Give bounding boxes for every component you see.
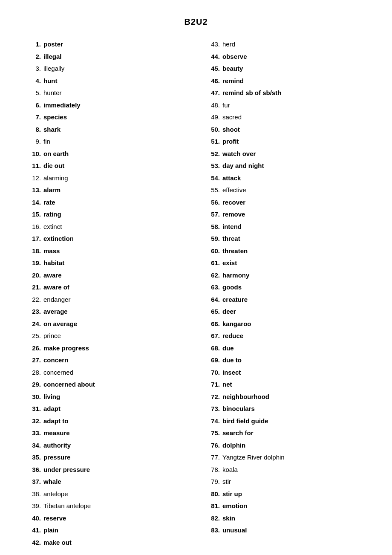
list-item: 52.watch over (205, 149, 366, 159)
list-item: 26.make progress (26, 344, 187, 353)
list-item: 36.under pressure (26, 465, 187, 475)
item-number: 50. (205, 125, 220, 135)
item-word: beauty (222, 64, 366, 74)
list-item: 51.profit (205, 137, 366, 147)
item-word: concerned about (43, 380, 187, 390)
vocabulary-columns: 1.poster2.illegal3.illegally4.hunt5.hunt… (26, 40, 366, 550)
list-item: 77.Yangtze River dolphin (205, 453, 366, 462)
item-number: 61. (205, 258, 220, 268)
item-word: on earth (43, 149, 187, 159)
item-number: 6. (26, 101, 41, 110)
item-number: 66. (205, 319, 220, 329)
item-number: 40. (26, 514, 41, 523)
list-item: 54.attack (205, 173, 366, 183)
item-word: stir (222, 477, 366, 487)
list-item: 9.fin (26, 137, 187, 147)
list-item: 82.skin (205, 514, 366, 523)
list-item: 75.search for (205, 428, 366, 438)
item-number: 11. (26, 161, 41, 171)
item-number: 21. (26, 283, 41, 292)
list-item: 27.concern (26, 356, 187, 365)
list-item: 19.habitat (26, 258, 187, 268)
list-item: 53.day and night (205, 161, 366, 171)
list-item: 61.exist (205, 258, 366, 268)
item-number: 1. (26, 40, 41, 49)
item-number: 56. (205, 198, 220, 208)
item-word: concern (43, 356, 187, 365)
item-word: remind (222, 76, 366, 86)
list-item: 4.hunt (26, 76, 187, 86)
item-word: whale (43, 477, 187, 487)
item-number: 10. (26, 149, 41, 159)
list-item: 56.recover (205, 198, 366, 208)
item-number: 8. (26, 125, 41, 135)
item-word: creature (222, 295, 366, 305)
item-number: 31. (26, 404, 41, 414)
list-item: 50.shoot (205, 125, 366, 135)
list-item: 74.bird field guide (205, 416, 366, 426)
item-number: 47. (205, 88, 220, 98)
item-number: 79. (205, 477, 220, 487)
list-item: 63.goods (205, 283, 366, 292)
list-item: 59.threat (205, 234, 366, 244)
item-number: 77. (205, 453, 220, 462)
item-number: 30. (26, 392, 41, 402)
item-word: adapt (43, 404, 187, 414)
item-word: fur (222, 101, 366, 110)
item-word: due to (222, 356, 366, 365)
item-word: observe (222, 52, 366, 62)
item-number: 62. (205, 271, 220, 280)
item-number: 35. (26, 453, 41, 462)
list-item: 69.due to (205, 356, 366, 365)
list-item: 37.whale (26, 477, 187, 487)
list-item: 25.prince (26, 331, 187, 341)
item-number: 72. (205, 392, 220, 402)
item-word: prince (43, 331, 187, 341)
list-item: 8.shark (26, 125, 187, 135)
list-item: 1.poster (26, 40, 187, 49)
item-word: remind sb of sb/sth (222, 88, 366, 98)
item-number: 73. (205, 404, 220, 414)
item-number: 42. (26, 538, 41, 548)
list-item: 49.sacred (205, 113, 366, 122)
item-word: rate (43, 198, 187, 208)
list-item: 35.pressure (26, 453, 187, 462)
item-number: 12. (26, 173, 41, 183)
item-word: attack (222, 173, 366, 183)
item-number: 81. (205, 501, 220, 511)
item-word: plain (43, 526, 187, 535)
item-word: average (43, 307, 187, 317)
item-number: 23. (26, 307, 41, 317)
list-item: 40.reserve (26, 514, 187, 523)
list-item: 58.intend (205, 222, 366, 232)
item-number: 76. (205, 441, 220, 451)
item-word: effective (222, 185, 366, 195)
item-number: 44. (205, 52, 220, 62)
item-number: 45. (205, 64, 220, 74)
item-number: 20. (26, 271, 41, 280)
list-item: 14.rate (26, 198, 187, 208)
list-item: 2.illegal (26, 52, 187, 62)
item-word: adapt to (43, 416, 187, 426)
item-number: 75. (205, 428, 220, 438)
list-item: 71.net (205, 380, 366, 390)
item-word: emotion (222, 501, 366, 511)
item-word: illegally (43, 64, 187, 74)
list-item: 23.average (26, 307, 187, 317)
item-number: 13. (26, 185, 41, 195)
list-item: 22.endanger (26, 295, 187, 305)
item-number: 34. (26, 441, 41, 451)
list-item: 62.harmony (205, 271, 366, 280)
item-word: living (43, 392, 187, 402)
list-item: 42.make out (26, 538, 187, 548)
item-word: alarming (43, 173, 187, 183)
item-word: threat (222, 234, 366, 244)
item-word: profit (222, 137, 366, 147)
list-item: 13.alarm (26, 185, 187, 195)
item-number: 25. (26, 331, 41, 341)
item-word: unusual (222, 526, 366, 535)
item-word: reduce (222, 331, 366, 341)
list-item: 15.rating (26, 210, 187, 220)
item-number: 4. (26, 76, 41, 86)
list-item: 32.adapt to (26, 416, 187, 426)
